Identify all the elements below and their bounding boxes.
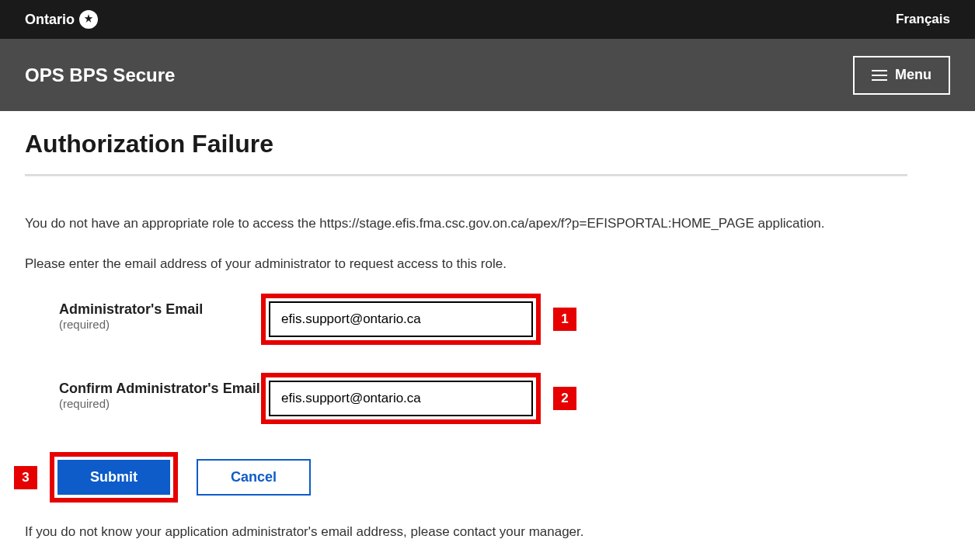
page-title: Authorization Failure bbox=[25, 130, 907, 158]
instruction-text: Please enter the email address of your a… bbox=[25, 254, 907, 274]
trillium-icon bbox=[79, 10, 98, 29]
callout-badge-2: 2 bbox=[553, 387, 576, 410]
language-toggle[interactable]: Français bbox=[896, 12, 950, 27]
top-bar: Ontario Français bbox=[0, 0, 975, 39]
error-message: You do not have an appropriate role to a… bbox=[25, 214, 907, 234]
confirm-email-input-wrap: 2 bbox=[261, 373, 541, 424]
menu-button[interactable]: Menu bbox=[853, 56, 950, 95]
callout-badge-3: 3 bbox=[14, 466, 37, 489]
admin-email-input[interactable] bbox=[269, 301, 533, 337]
callout-badge-1: 1 bbox=[553, 308, 576, 331]
button-row: 3 Submit Cancel bbox=[50, 452, 907, 503]
admin-email-row: Administrator's Email (required) 1 bbox=[59, 294, 907, 345]
callout-frame-3: Submit bbox=[50, 452, 178, 503]
ontario-logo-text: Ontario bbox=[25, 12, 75, 28]
admin-email-required: (required) bbox=[59, 318, 261, 331]
confirm-email-label-group: Confirm Administrator's Email (required) bbox=[59, 373, 261, 411]
footer-help-text: If you do not know your application admi… bbox=[25, 524, 907, 540]
main-content: Authorization Failure You do not have an… bbox=[0, 111, 932, 558]
ontario-logo[interactable]: Ontario bbox=[25, 10, 98, 29]
admin-email-label: Administrator's Email bbox=[59, 301, 261, 318]
confirm-email-required: (required) bbox=[59, 397, 110, 410]
callout-frame-2 bbox=[261, 373, 541, 424]
hamburger-icon bbox=[872, 67, 887, 84]
admin-email-input-wrap: 1 bbox=[261, 294, 541, 345]
confirm-email-input[interactable] bbox=[269, 381, 533, 416]
callout-frame-1 bbox=[261, 294, 541, 345]
divider bbox=[25, 174, 907, 176]
confirm-email-row: Confirm Administrator's Email (required)… bbox=[59, 373, 907, 424]
submit-wrap: 3 Submit bbox=[50, 452, 178, 503]
confirm-email-label: Confirm Administrator's Email bbox=[59, 381, 260, 396]
submit-button[interactable]: Submit bbox=[57, 460, 170, 495]
app-title: OPS BPS Secure bbox=[25, 64, 175, 86]
cancel-button[interactable]: Cancel bbox=[197, 459, 311, 496]
menu-button-label: Menu bbox=[895, 67, 931, 83]
admin-email-label-group: Administrator's Email (required) bbox=[59, 294, 261, 331]
sub-bar: OPS BPS Secure Menu bbox=[0, 39, 975, 111]
